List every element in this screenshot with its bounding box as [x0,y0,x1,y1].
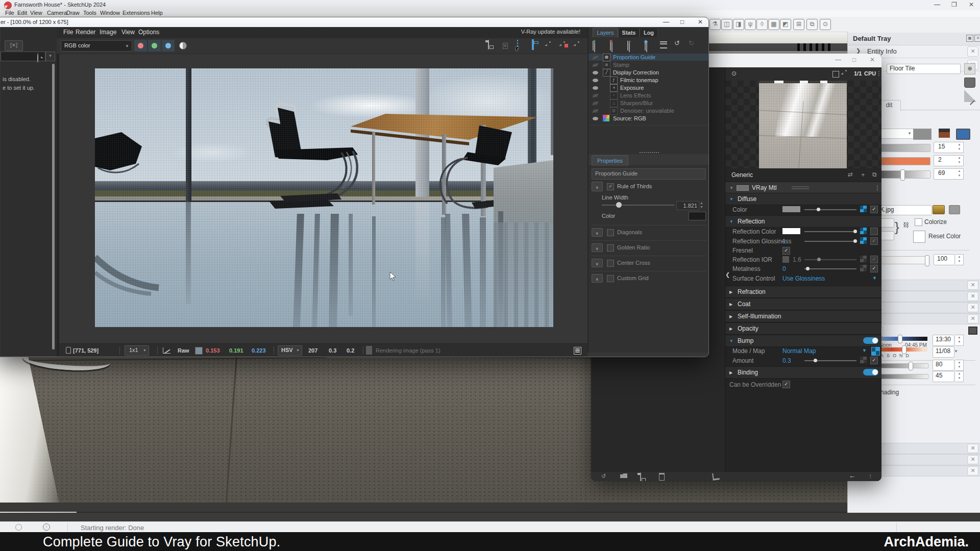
info-icon[interactable]: ↑ [43,523,50,531]
match-object-icon[interactable] [939,129,950,138]
save-layers-icon[interactable]: ▪ [627,41,628,51]
back-arrow-icon[interactable]: ← [849,472,855,480]
undo-icon[interactable]: ↺ [674,39,680,47]
collapse-group-button[interactable]: » [592,182,603,191]
menu-camera[interactable]: Camera [47,10,67,16]
panel-close-icon[interactable]: ✕ [967,281,978,290]
pin-icon[interactable]: ▣ [966,35,973,42]
layer-row[interactable]: △Sharpen/Blur [589,99,709,107]
add-layer-icon[interactable]: + [861,171,865,179]
minimize-icon[interactable]: — [934,1,940,8]
vfb-menu-file[interactable]: File [63,29,73,36]
section-opacity[interactable]: ▶ Opacity [725,322,881,335]
glossiness-slider[interactable] [804,241,856,242]
surface-control-select[interactable]: Use Glossiness [782,275,825,282]
add-stack-icon[interactable]: ⧉ [872,171,877,178]
switch-arrows-icon[interactable]: ⇄ [848,171,853,178]
hue-spinner[interactable]: ▲▼ [955,142,964,153]
close-icon[interactable]: ✕ [870,56,875,63]
texture-edit-icon[interactable] [949,205,960,214]
diffuse-color-swatch[interactable] [782,206,800,212]
vray-frames-icon[interactable]: ⧉ [806,19,818,30]
tab-layers[interactable]: Layers [593,28,618,38]
list-icon[interactable] [660,41,667,48]
green-channel-button[interactable] [148,40,161,52]
section-self-illumination[interactable]: ▶ Self-Illumination [725,310,881,322]
maximize-icon[interactable]: □ [680,18,684,26]
curve-icon[interactable] [163,347,170,354]
reflection-color-swatch[interactable] [782,228,800,234]
render-image[interactable] [95,68,553,327]
vray-render-icon[interactable]: ◫ [721,19,732,30]
lightness-value[interactable]: 69 [934,168,956,180]
layer-row[interactable]: Source: RGB [589,115,709,122]
panel-close-icon[interactable]: ✕ [967,292,978,301]
hsv-select[interactable]: HSV ▼ [278,345,302,356]
region-render-icon[interactable] [517,40,528,52]
vfb-menu-render[interactable]: Render [76,29,95,36]
dark-value-field[interactable]: 45 [933,371,954,382]
light-spinner[interactable]: ▲▼ [955,360,964,371]
material-row[interactable]: ▼ VRay Mtl ⋮ [725,182,881,194]
material-color-swatch[interactable] [913,129,932,140]
menu-extensions[interactable]: Extensions [122,10,150,16]
kebab-menu-icon[interactable]: ⋮ [876,70,881,77]
panel-close-icon[interactable]: ✕ [967,303,978,312]
texture-slot-icon[interactable] [860,228,867,234]
panel-close-icon[interactable]: ✕ [967,466,978,475]
menu-file[interactable]: File [5,10,14,16]
collapse-group-button[interactable]: » [592,274,603,283]
metalness-checkbox[interactable]: ✓ [870,265,878,272]
entity-info-close-icon[interactable]: ✕ [967,46,978,57]
clear-history-button[interactable]: [✕] [5,40,23,51]
override-checkbox[interactable]: ✓ [782,381,790,388]
stop-render-icon[interactable] [561,43,572,54]
tray-close-icon[interactable]: ✕ [974,35,980,42]
layer-row[interactable]: ╱Display Correction [589,69,709,76]
pin-icon[interactable] [66,347,71,354]
broom-icon[interactable] [712,472,720,481]
collapse-pane-icon[interactable]: ❮ [725,271,730,278]
texture-folder-icon[interactable] [933,205,945,214]
diagonals-checkbox[interactable] [607,229,614,236]
collapse-group-button[interactable]: » [592,259,603,267]
param-value[interactable]: 1.6 [793,256,801,263]
preview-ratio[interactable]: 1/1 [854,70,862,77]
vfb-menu-view[interactable]: View [121,29,135,36]
close-icon[interactable]: ✕ [969,1,974,8]
vray-preview-icon[interactable]: ⊙ [820,19,831,30]
section-binding[interactable]: ▶ Binding [725,366,881,379]
amount-checkbox[interactable]: ✓ [870,357,878,364]
binding-toggle[interactable] [863,369,878,375]
vray-infinite-plane-icon[interactable]: ◊ [756,19,768,30]
trash-icon[interactable] [659,473,665,481]
texture-slot-icon[interactable] [860,357,867,363]
rule-of-thirds-checkbox[interactable]: ✓ [607,183,614,190]
texture-slot-icon[interactable] [860,265,867,271]
zoom-select[interactable]: 1x1 ▼ [125,345,149,356]
vray-render-interactive-icon[interactable]: ◨ [733,19,744,30]
diffuse-checkbox[interactable]: ✓ [870,206,878,213]
reset-color-swatch[interactable] [913,231,925,243]
chain-link-icon[interactable]: ⛓ [903,221,909,229]
hue-value[interactable]: 15 [934,142,956,153]
ior-checkbox[interactable]: ✓ [870,256,878,263]
collapse-group-button[interactable]: » [592,243,603,252]
lightness-spinner[interactable]: ▲▼ [955,168,964,180]
minimize-icon[interactable]: — [835,56,841,63]
maximize-icon[interactable]: ❐ [951,1,957,8]
ior-swatch[interactable] [782,256,789,263]
layer-row[interactable]: ▦Proportion Guide [589,54,709,61]
colorize-checkbox[interactable] [915,218,922,226]
folder-icon[interactable] [620,473,627,478]
opacity-value[interactable]: 100 [934,254,955,265]
layer-row[interactable]: ▥Denoiser: unavailable [589,107,709,114]
center-cross-checkbox[interactable] [607,260,614,267]
param-value[interactable]: 0.3 [782,357,791,364]
opacity-spinner[interactable]: ▲▼ [955,254,964,265]
panel-close-icon[interactable]: ✕ [967,444,978,453]
geolocation-icon[interactable] [15,524,22,531]
redo-icon[interactable]: ↻ [689,39,694,47]
panel-close-icon[interactable]: ✕ [967,455,978,464]
texture-slot-icon[interactable] [860,206,867,212]
